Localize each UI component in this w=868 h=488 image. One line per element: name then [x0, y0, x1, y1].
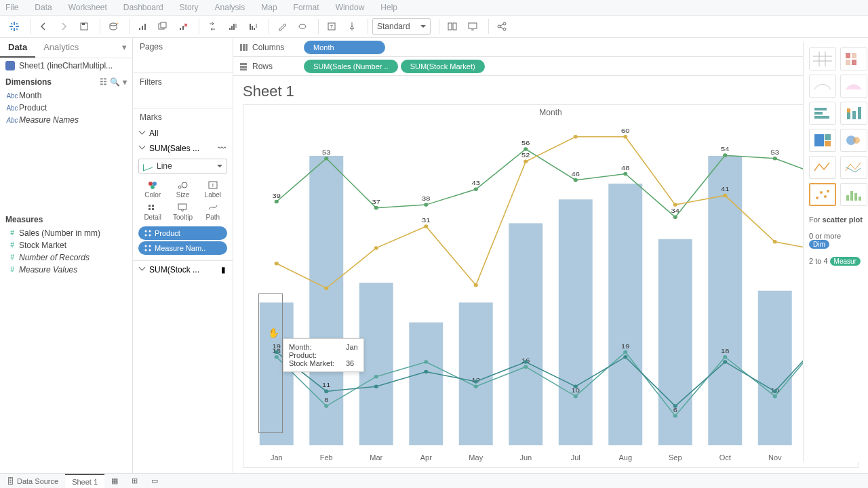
menu-analysis[interactable]: Analysis: [215, 3, 245, 12]
rows-pill-stock[interactable]: SUM(Stock Market): [401, 60, 485, 73]
svg-point-52: [145, 249, 147, 251]
swap-axes-button[interactable]: [203, 18, 221, 35]
svg-point-117: [474, 384, 478, 388]
rows-shelf[interactable]: Rows SUM(Sales (Number .. SUM(Stock Mark…: [233, 57, 868, 76]
svg-rect-58: [240, 66, 247, 68]
rows-pill-sales[interactable]: SUM(Sales (Number ..: [304, 60, 398, 73]
duplicate-sheet-button[interactable]: [154, 18, 172, 35]
clear-sheet-button[interactable]: [174, 18, 192, 35]
field-number-of-records[interactable]: #Number of Records: [0, 251, 132, 264]
marks-label-cell[interactable]: TLabel: [199, 179, 227, 200]
columns-shelf[interactable]: Columns Month: [233, 38, 868, 57]
field-measure-values[interactable]: #Measure Values: [0, 264, 132, 276]
showme-dual-line-icon[interactable]: [840, 156, 867, 179]
pane-menu-icon[interactable]: ▾: [117, 38, 132, 58]
sort-desc-button[interactable]: [244, 18, 262, 35]
showme-scatter-icon[interactable]: [809, 183, 836, 206]
field-stock-market[interactable]: #Stock Market: [0, 239, 132, 251]
find-field-icon[interactable]: 🔍: [110, 77, 120, 87]
show-cards-button[interactable]: [443, 18, 461, 35]
showme-histogram-icon[interactable]: [840, 183, 867, 206]
new-worksheet-button[interactable]: ▦: [104, 474, 125, 488]
showme-circle-icon[interactable]: [840, 129, 867, 152]
toolbar: + T Standard: [0, 15, 868, 38]
svg-rect-155: [852, 53, 856, 58]
menu-data[interactable]: Data: [35, 3, 52, 12]
field-measure-names[interactable]: AbcMeasure Names: [0, 114, 132, 126]
marks-all-row[interactable]: All: [133, 126, 233, 141]
svg-rect-63: [409, 323, 443, 445]
menu-map[interactable]: Map: [261, 3, 277, 12]
svg-point-48: [145, 235, 147, 237]
showme-treemap-icon[interactable]: [809, 129, 836, 152]
svg-text:53: 53: [771, 148, 779, 155]
sort-asc-button[interactable]: [224, 18, 241, 35]
marks-color-cell[interactable]: Color: [138, 179, 167, 200]
marks-tooltip-cell[interactable]: Tooltip: [168, 201, 197, 222]
showme-text-table-icon[interactable]: [809, 47, 836, 70]
svg-rect-17: [180, 28, 181, 30]
marks-size-cell[interactable]: Size: [168, 179, 197, 200]
tab-data-source[interactable]: 🗄Data Source: [0, 474, 65, 488]
showme-stackbar-icon[interactable]: [840, 102, 867, 125]
showme-hbar-icon[interactable]: [809, 102, 836, 125]
columns-pill-month[interactable]: Month: [304, 41, 385, 54]
sheet-title[interactable]: Sheet 1: [233, 76, 868, 104]
back-button[interactable]: [35, 18, 52, 35]
view-data-icon[interactable]: ☷: [100, 77, 107, 87]
pane-menu-caret-icon[interactable]: ▾: [123, 77, 127, 87]
marks-sales-row[interactable]: SUM(Sales ...〰: [133, 141, 233, 156]
fit-mode-select[interactable]: Standard: [372, 18, 431, 35]
svg-rect-59: [240, 68, 247, 70]
marks-path-cell[interactable]: Path: [199, 201, 227, 222]
forward-button[interactable]: [55, 18, 73, 35]
menu-help[interactable]: Help: [380, 3, 397, 12]
marks-pill-product[interactable]: Product: [138, 226, 227, 240]
chart-viewport[interactable]: Month 3953373843564648345453473152604123…: [243, 104, 859, 468]
new-dashboard-button[interactable]: ⊞: [125, 474, 144, 488]
field-month[interactable]: AbcMonth: [0, 89, 132, 102]
field-product[interactable]: AbcProduct: [0, 102, 132, 114]
new-sheet-button[interactable]: [134, 18, 151, 35]
menu-story[interactable]: Story: [180, 3, 199, 12]
menu-format[interactable]: Format: [294, 3, 319, 12]
svg-rect-20: [231, 26, 233, 30]
highlight-button[interactable]: [273, 18, 291, 35]
new-story-button[interactable]: ▭: [144, 474, 165, 488]
svg-rect-21: [233, 24, 235, 30]
marks-stock-row[interactable]: SUM(Stock ...▮: [133, 260, 233, 277]
field-sales-number-in-mm-[interactable]: #Sales (Number in mm): [0, 227, 132, 239]
presentation-button[interactable]: [464, 18, 481, 35]
show-me-panel[interactable]: For scatter plot 0 or more Dim 2 to 4 Me…: [803, 42, 868, 462]
tab-sheet-1[interactable]: Sheet 1: [65, 474, 104, 488]
mark-type-select[interactable]: Line: [138, 159, 227, 174]
tab-analytics[interactable]: Analytics: [35, 38, 87, 58]
showme-filled-map-icon[interactable]: [840, 75, 867, 98]
tab-data[interactable]: Data: [0, 38, 35, 58]
svg-rect-64: [459, 302, 493, 445]
new-datasource-button[interactable]: +: [104, 18, 122, 35]
showme-line-icon[interactable]: [809, 156, 836, 179]
menu-file[interactable]: File: [5, 3, 18, 12]
pages-shelf[interactable]: Pages: [133, 38, 233, 73]
pin-button[interactable]: [343, 18, 361, 35]
marks-detail-cell[interactable]: Detail: [138, 201, 167, 222]
datasource-row[interactable]: Sheet1 (lineChartMultipl...: [0, 58, 132, 73]
menu-dashboard[interactable]: Dashboard: [123, 3, 163, 12]
share-button[interactable]: [493, 18, 511, 35]
showme-map-icon[interactable]: [809, 75, 836, 98]
group-button[interactable]: [294, 18, 311, 35]
label-toggle-button[interactable]: T: [323, 18, 340, 35]
svg-point-25: [299, 24, 306, 28]
svg-point-38: [182, 182, 187, 188]
menu-worksheet[interactable]: Worksheet: [68, 3, 107, 12]
save-button[interactable]: [75, 18, 93, 35]
marks-pill-measurenames[interactable]: Measure Nam..: [138, 241, 227, 255]
showme-heatmap-icon[interactable]: [840, 47, 867, 70]
svg-rect-18: [182, 26, 184, 30]
menu-window[interactable]: Window: [336, 3, 365, 12]
logo-icon[interactable]: [5, 18, 23, 35]
filters-shelf[interactable]: Filters: [133, 73, 233, 108]
svg-point-74: [374, 206, 378, 210]
svg-rect-44: [152, 208, 154, 210]
